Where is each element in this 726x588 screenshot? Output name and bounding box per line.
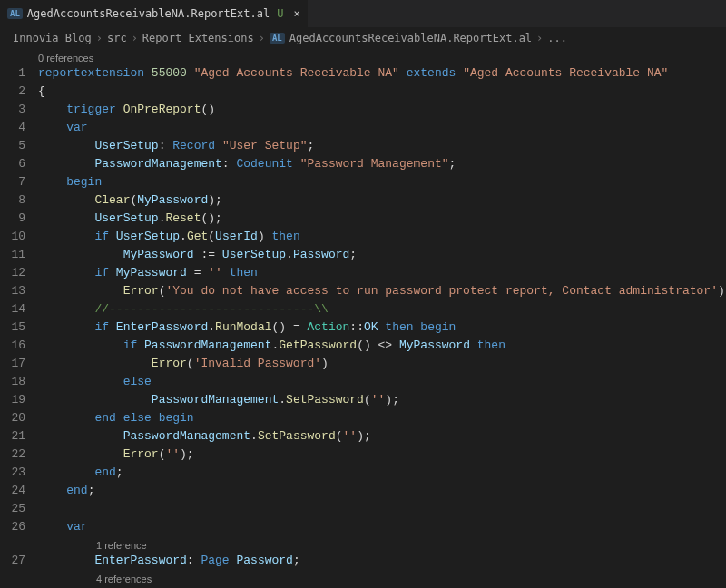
code-line: Error(''); (38, 446, 726, 464)
codelens-references[interactable]: 0 references (38, 49, 726, 64)
code-line: var (38, 518, 726, 536)
chevron-right-icon: › (536, 32, 543, 44)
tab-filename: AgedAccountsReceivableNA.ReportExt.al (27, 7, 270, 20)
code-line: end else begin (38, 409, 726, 427)
tab-modified-indicator: U (277, 7, 283, 20)
code-line: Error('Invalid Password') (38, 355, 726, 373)
breadcrumb[interactable]: Innovia Blog › src › Report Extensions ›… (0, 27, 726, 49)
editor-tab[interactable]: AL AgedAccountsReceivableNA.ReportExt.al… (0, 0, 309, 27)
code-line: var (38, 119, 726, 137)
code-line: begin (38, 173, 726, 191)
line-number-gutter: 1 2 3 4 5 6 7 8 9 10 11 12 13 14 15 16 1… (0, 49, 38, 588)
code-line: if UserSetup.Get(UserId) then (38, 228, 726, 246)
code-line: end; (38, 482, 726, 500)
code-line: trigger OnPreReport() (38, 101, 726, 119)
code-line: PasswordManagement: Codeunit "Password M… (38, 155, 726, 173)
code-line: Error('You do not have access to run pas… (38, 282, 726, 300)
chevron-right-icon: › (132, 32, 138, 44)
breadcrumb-file[interactable]: AgedAccountsReceivableNA.ReportExt.al (289, 32, 532, 44)
code-line: reportextension 55000 "Aged Accounts Rec… (38, 64, 726, 83)
code-line: else (38, 373, 726, 391)
code-line: { (38, 83, 726, 101)
codelens-references[interactable]: 4 references (38, 570, 726, 585)
code-line: UserSetup.Reset(); (38, 210, 726, 228)
chevron-right-icon: › (259, 32, 265, 44)
breadcrumb-item[interactable]: Innovia Blog (13, 32, 92, 44)
al-badge-icon: AL (7, 8, 23, 19)
code-line: PasswordManagement.SetPassword(''); (38, 427, 726, 446)
breadcrumb-item[interactable]: src (107, 32, 127, 44)
code-line: end; (38, 464, 726, 482)
close-icon[interactable]: × (293, 7, 299, 20)
code-line: //-----------------------------\\ (38, 300, 726, 318)
code-line: UserSetup: Record "User Setup"; (38, 137, 726, 155)
code-line: PasswordManagement.SetPassword(''); (38, 391, 726, 409)
code-line: if PasswordManagement.GetPassword() <> M… (38, 337, 726, 355)
code-line: Clear(MyPassword); (38, 191, 726, 210)
breadcrumb-item[interactable]: Report Extensions (142, 32, 254, 44)
code-line (38, 500, 726, 518)
al-badge-icon: AL (270, 33, 285, 44)
code-line: MyPassword := UserSetup.Password; (38, 246, 726, 264)
code-content[interactable]: 0 references reportextension 55000 "Aged… (38, 49, 726, 588)
code-line: if EnterPassword.RunModal() = Action::OK… (38, 318, 726, 337)
tab-bar: AL AgedAccountsReceivableNA.ReportExt.al… (0, 0, 726, 27)
code-line: if MyPassword = '' then (38, 264, 726, 282)
codelens-references[interactable]: 1 reference (38, 536, 726, 552)
chevron-right-icon: › (96, 32, 103, 44)
code-editor[interactable]: 1 2 3 4 5 6 7 8 9 10 11 12 13 14 15 16 1… (0, 49, 726, 588)
code-line: EnterPassword: Page Password; (38, 552, 726, 570)
breadcrumb-more[interactable]: ... (547, 32, 567, 44)
